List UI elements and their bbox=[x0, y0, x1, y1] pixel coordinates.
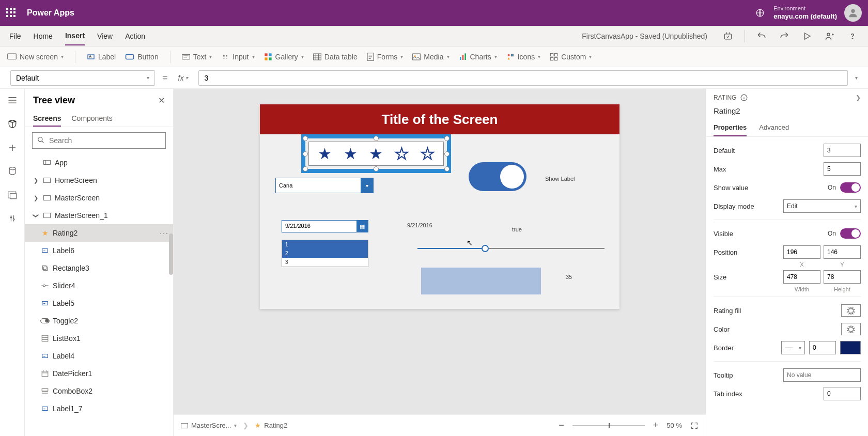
ribbon-label[interactable]: Label bbox=[87, 53, 116, 61]
slider-thumb[interactable] bbox=[482, 245, 489, 252]
listbox-control[interactable]: 1 2 3 bbox=[282, 240, 368, 267]
resize-handle[interactable] bbox=[303, 136, 308, 141]
tab-components[interactable]: Components bbox=[71, 111, 112, 127]
chevron-down-icon[interactable]: ▾ bbox=[361, 178, 373, 193]
tree-node-rectangle3[interactable]: Rectangle3 bbox=[25, 259, 173, 277]
tree-node-label5[interactable]: Label5 bbox=[25, 294, 173, 312]
menu-action[interactable]: Action bbox=[125, 27, 145, 45]
breadcrumb-screen[interactable]: MasterScre...▾ bbox=[181, 422, 237, 429]
info-icon[interactable] bbox=[740, 94, 748, 101]
media-panel-icon[interactable] bbox=[6, 189, 19, 201]
props-tab-properties[interactable]: Properties bbox=[714, 119, 747, 136]
tree-node-slider4[interactable]: Slider4 bbox=[25, 277, 173, 294]
prop-x-input[interactable] bbox=[783, 245, 820, 259]
tree-node-listbox1[interactable]: ListBox1 bbox=[25, 330, 173, 347]
menu-insert[interactable]: Insert bbox=[65, 27, 85, 45]
ribbon-button[interactable]: Button bbox=[125, 53, 158, 61]
chevron-down-icon[interactable]: ▾ bbox=[234, 423, 237, 428]
tree-view-icon[interactable] bbox=[6, 118, 19, 130]
resize-handle[interactable] bbox=[444, 166, 450, 172]
zoom-in-icon[interactable]: + bbox=[653, 420, 659, 431]
prop-border-color[interactable] bbox=[840, 341, 861, 354]
toggle-control[interactable] bbox=[469, 162, 526, 191]
tree-node-combobox2[interactable]: ComboBox2 bbox=[25, 382, 173, 400]
close-icon[interactable]: ✕ bbox=[158, 96, 165, 105]
formula-input[interactable] bbox=[198, 70, 848, 86]
ribbon-text[interactable]: Text▾ bbox=[182, 53, 212, 61]
resize-handle[interactable] bbox=[374, 136, 379, 141]
prop-showvalue-toggle[interactable] bbox=[840, 182, 861, 193]
ribbon-charts[interactable]: Charts▾ bbox=[459, 53, 497, 61]
prop-max-input[interactable] bbox=[824, 162, 861, 176]
ribbon-media[interactable]: Media▾ bbox=[412, 53, 449, 61]
resize-handle[interactable] bbox=[444, 136, 450, 141]
rectangle-control[interactable] bbox=[421, 268, 541, 294]
list-item[interactable]: 1 bbox=[282, 240, 368, 249]
tree-node-label1-7[interactable]: Label1_7 bbox=[25, 400, 173, 417]
help-icon[interactable] bbox=[846, 30, 859, 42]
scrollbar-thumb[interactable] bbox=[169, 233, 173, 275]
user-avatar[interactable] bbox=[844, 4, 862, 22]
play-icon[interactable] bbox=[801, 30, 813, 42]
datepicker-control[interactable]: 9/21/2016▦ bbox=[282, 220, 368, 232]
props-tab-advanced[interactable]: Advanced bbox=[759, 119, 789, 136]
zoom-slider[interactable] bbox=[572, 425, 645, 426]
prop-ratingfill-swatch[interactable] bbox=[841, 304, 861, 317]
more-icon[interactable]: ··· bbox=[160, 229, 169, 237]
prop-border-width[interactable] bbox=[809, 341, 836, 354]
slider-control[interactable] bbox=[417, 248, 605, 249]
list-item[interactable]: 3 bbox=[282, 258, 368, 267]
tree-node-toggle2[interactable]: Toggle2 bbox=[25, 312, 173, 330]
list-item[interactable]: 2 bbox=[282, 249, 368, 258]
prop-visible-toggle[interactable] bbox=[840, 228, 861, 239]
zoom-out-icon[interactable]: − bbox=[559, 420, 564, 431]
ribbon-gallery[interactable]: Gallery▾ bbox=[264, 53, 304, 61]
chevron-right-icon[interactable]: ❯ bbox=[856, 94, 861, 101]
combobox-control[interactable]: ▾ bbox=[275, 178, 374, 193]
advanced-tools-icon[interactable] bbox=[6, 213, 19, 225]
ribbon-new-screen[interactable]: New screen▾ bbox=[7, 53, 64, 61]
property-selector[interactable]: Default▾ bbox=[10, 70, 155, 86]
resize-handle[interactable] bbox=[303, 166, 308, 172]
prop-y-input[interactable] bbox=[824, 245, 861, 259]
ribbon-icons[interactable]: Icons▾ bbox=[506, 53, 540, 61]
prop-color-swatch[interactable] bbox=[841, 323, 861, 335]
resize-handle[interactable] bbox=[374, 166, 379, 172]
resize-handle[interactable] bbox=[303, 151, 308, 157]
undo-icon[interactable] bbox=[755, 30, 768, 42]
combo-input[interactable] bbox=[276, 178, 361, 193]
tree-node-masterscreen1[interactable]: ❯MasterScreen_1 bbox=[25, 207, 173, 224]
tree-search-input[interactable] bbox=[32, 132, 166, 149]
environment-icon[interactable] bbox=[754, 7, 766, 19]
tree-node-homescreen[interactable]: ❯HomeScreen bbox=[25, 172, 173, 189]
resize-handle[interactable] bbox=[444, 151, 450, 157]
menu-home[interactable]: Home bbox=[34, 27, 53, 45]
ribbon-data-table[interactable]: Data table bbox=[313, 53, 358, 61]
hamburger-icon[interactable] bbox=[6, 94, 19, 106]
tree-node-datepicker1[interactable]: DatePicker1 bbox=[25, 365, 173, 382]
redo-icon[interactable] bbox=[778, 30, 791, 42]
share-icon[interactable] bbox=[824, 30, 836, 42]
formula-expand-icon[interactable]: ▾ bbox=[855, 75, 858, 81]
ribbon-custom[interactable]: Custom▾ bbox=[550, 53, 592, 61]
prop-width-input[interactable] bbox=[783, 270, 820, 284]
waffle-icon[interactable] bbox=[6, 8, 17, 18]
data-icon[interactable] bbox=[6, 165, 19, 178]
environment-block[interactable]: Environment enayu.com (default) bbox=[773, 5, 837, 21]
prop-border-style[interactable]: ──▾ bbox=[781, 341, 805, 354]
tree-node-app[interactable]: App bbox=[25, 154, 173, 172]
prop-tooltip-input[interactable] bbox=[783, 368, 861, 382]
tab-screens[interactable]: Screens bbox=[33, 111, 61, 127]
app-checker-icon[interactable] bbox=[722, 30, 734, 42]
fx-icon[interactable]: fx▾ bbox=[175, 74, 192, 82]
tree-node-masterscreen[interactable]: ❯MasterScreen bbox=[25, 189, 173, 207]
tree-node-label4[interactable]: Label4 bbox=[25, 347, 173, 365]
fit-screen-icon[interactable] bbox=[690, 422, 699, 430]
design-canvas[interactable]: Title of the Screen ★ ★ ★ ★ ★ ▾ bbox=[260, 104, 619, 309]
insert-icon[interactable] bbox=[6, 142, 19, 154]
prop-displaymode-select[interactable]: Edit▾ bbox=[783, 199, 861, 213]
prop-default-input[interactable] bbox=[824, 144, 861, 157]
menu-file[interactable]: File bbox=[9, 27, 21, 45]
tree-node-rating2[interactable]: ★Rating2··· bbox=[25, 224, 173, 242]
ribbon-input[interactable]: Input▾ bbox=[221, 53, 254, 61]
